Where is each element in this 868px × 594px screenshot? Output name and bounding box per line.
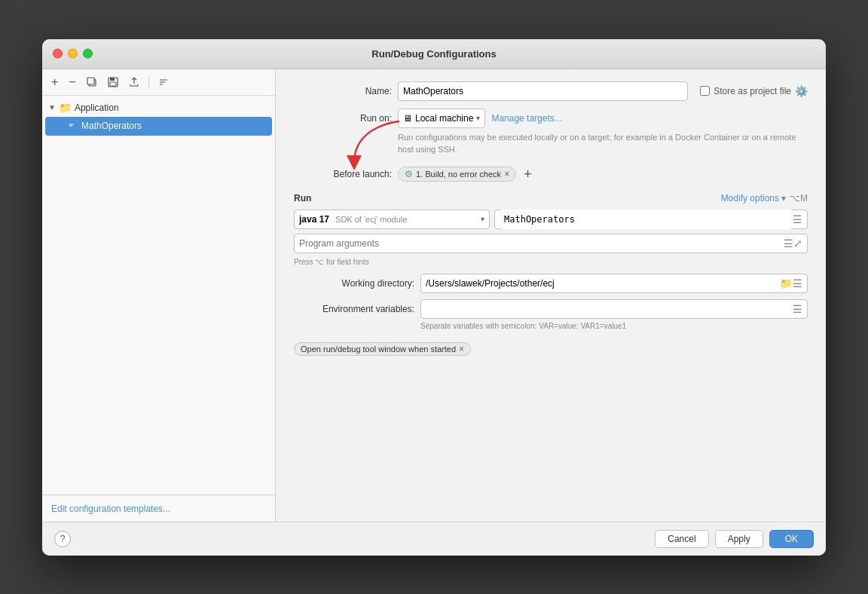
modify-options-link[interactable]: Modify options ▾ ⌥M — [721, 193, 808, 204]
svg-rect-3 — [110, 78, 115, 81]
manage-targets-link[interactable]: Manage targets... — [491, 113, 561, 124]
tree-group-label: Application — [75, 103, 119, 113]
dialog-body: + − — [42, 69, 826, 522]
copy-configuration-button[interactable] — [84, 75, 100, 89]
ok-button[interactable]: OK — [769, 530, 814, 548]
edit-templates-link[interactable]: Edit configuration templates... — [51, 504, 170, 514]
svg-rect-4 — [110, 82, 116, 86]
before-launch-label: Before launch: — [294, 169, 392, 179]
dropdown-arrow-icon: ▾ — [476, 114, 480, 122]
minimize-button[interactable] — [68, 49, 78, 59]
working-dir-folder-icon[interactable]: 📁 — [780, 277, 793, 289]
tree-item-label: MathOperators — [81, 121, 142, 131]
close-button[interactable] — [53, 49, 63, 59]
run-on-info-text: Run configurations may be executed local… — [398, 131, 808, 156]
build-chip-label: 1. Build, no error check — [416, 170, 501, 179]
env-vars-row: Environment variables: ☰ — [294, 299, 808, 319]
main-content: Name: Store as project file ⚙️ Run on: 🖥… — [276, 69, 826, 522]
build-icon: ⚙ — [405, 169, 413, 179]
configuration-icon — [66, 120, 77, 133]
modify-options-chevron: ▾ — [781, 193, 786, 204]
build-no-error-chip[interactable]: ⚙ 1. Build, no error check × — [398, 167, 516, 182]
sort-configurations-button[interactable] — [155, 75, 172, 89]
sidebar-toolbar: + − — [42, 69, 275, 96]
run-debug-tool-label: Open run/debug tool window when started — [301, 344, 456, 354]
sdk-suffix: SDK of 'ecj' module — [335, 215, 407, 224]
svg-rect-1 — [87, 78, 94, 84]
env-vars-field-icon[interactable]: ☰ — [793, 303, 802, 315]
sdk-dropdown-arrow: ▾ — [481, 215, 484, 223]
application-folder-icon: 📁 — [59, 102, 72, 114]
program-args-input[interactable] — [299, 238, 784, 249]
sidebar-footer: Edit configuration templates... — [42, 494, 275, 522]
modify-options-label: Modify options — [721, 193, 779, 204]
name-label: Name: — [294, 86, 392, 96]
env-vars-input[interactable] — [426, 304, 793, 314]
working-directory-label: Working directory: — [294, 278, 414, 289]
sdk-row: java 17 SDK of 'ecj' module ▾ ☰ — [294, 210, 808, 229]
env-vars-hint: Separate variables with semicolon: VAR=v… — [420, 322, 808, 330]
before-launch-row: Before launch: ⚙ 1. Build, no error chec… — [294, 167, 808, 182]
dialog-footer: ? Cancel Apply OK — [42, 522, 826, 556]
run-debug-tool-chip[interactable]: Open run/debug tool window when started … — [294, 342, 471, 356]
tree-item-mathoperators[interactable]: MathOperators — [45, 117, 272, 136]
sidebar: + − — [42, 69, 276, 522]
help-button[interactable]: ? — [54, 531, 71, 547]
traffic-lights — [53, 49, 93, 59]
run-on-dropdown[interactable]: 🖥 Local machine ▾ — [398, 109, 485, 128]
title-bar: Run/Debug Configurations — [42, 39, 826, 69]
run-on-value: Local machine — [415, 113, 473, 124]
configuration-tree: ▼ 📁 Application MathOperators — [42, 96, 275, 494]
args-field-icon[interactable]: ☰ — [784, 237, 793, 250]
tree-group-application: ▼ 📁 Application — [42, 99, 275, 117]
run-on-row: Run on: 🖥 Local machine ▾ Manage targets… — [294, 109, 808, 128]
apply-button[interactable]: Apply — [715, 530, 763, 548]
field-hint-text: Press ⌥ for field hints — [294, 258, 808, 266]
gear-icon[interactable]: ⚙️ — [795, 85, 808, 97]
run-debug-configurations-dialog: Run/Debug Configurations + − — [42, 39, 826, 556]
run-section-title: Run — [294, 193, 311, 204]
working-directory-input[interactable] — [426, 278, 780, 289]
args-expand-icon[interactable]: ⤢ — [793, 237, 802, 250]
store-project-file-checkbox[interactable] — [700, 86, 710, 96]
modify-options-shortcut: ⌥M — [790, 193, 808, 204]
add-configuration-button[interactable]: + — [48, 74, 61, 90]
run-section-header: Run Modify options ▾ ⌥M — [294, 193, 808, 204]
working-directory-row: Working directory: 📁 ☰ — [294, 274, 808, 293]
tags-row: Open run/debug tool window when started … — [294, 342, 808, 356]
sdk-version: java 17 — [299, 214, 329, 225]
program-args-row: ☰ ⤢ — [294, 234, 808, 253]
save-configuration-button[interactable] — [105, 75, 121, 89]
local-machine-icon: 🖥 — [403, 113, 412, 124]
dialog-title: Run/Debug Configurations — [371, 48, 496, 60]
run-debug-tool-close[interactable]: × — [459, 344, 464, 354]
run-on-label: Run on: — [294, 113, 392, 124]
working-dir-field-icon[interactable]: ☰ — [793, 277, 802, 289]
svg-rect-8 — [67, 122, 76, 128]
name-input[interactable] — [398, 81, 688, 101]
footer-buttons: Cancel Apply OK — [655, 530, 814, 548]
env-vars-label: Environment variables: — [294, 304, 414, 314]
maximize-button[interactable] — [83, 49, 93, 59]
before-launch-add-button[interactable]: + — [522, 167, 533, 182]
build-chip-close[interactable]: × — [504, 170, 509, 179]
store-project-file-label: Store as project file — [714, 86, 791, 96]
tree-expand-arrow[interactable]: ▼ — [48, 103, 56, 112]
module-field-icon[interactable]: ☰ — [793, 213, 802, 225]
share-configuration-button[interactable] — [126, 75, 142, 89]
module-input[interactable] — [500, 210, 793, 229]
remove-configuration-button[interactable]: − — [66, 74, 78, 90]
sdk-dropdown[interactable]: java 17 SDK of 'ecj' module ▾ — [294, 210, 490, 229]
cancel-button[interactable]: Cancel — [655, 530, 708, 548]
